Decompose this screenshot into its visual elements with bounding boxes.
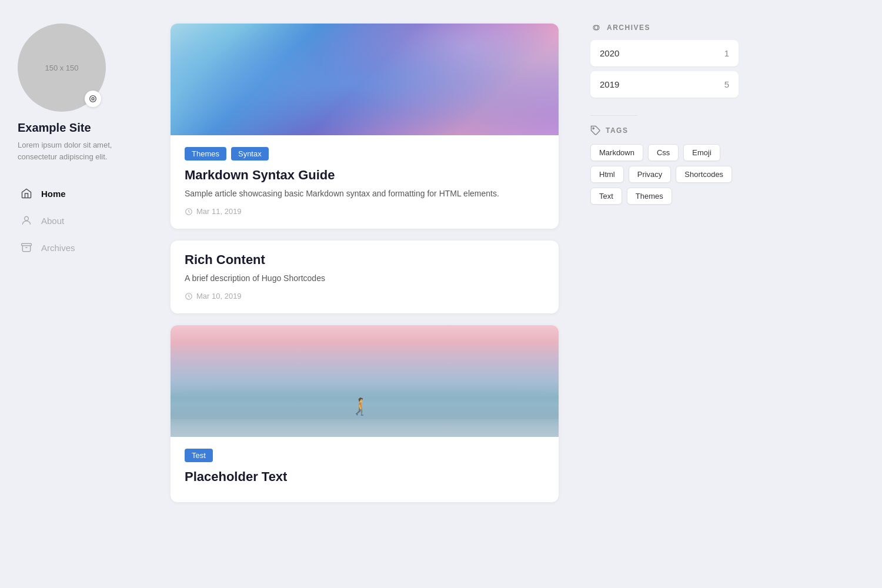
archives-widget: ARCHIVES 2020 1 2019 5 (590, 24, 739, 98)
tag-chip-emoji[interactable]: Emoji (683, 144, 720, 161)
archive-count-2020: 1 (724, 48, 729, 58)
tag-icon (590, 125, 601, 136)
post-card-1: Themes Syntax Markdown Syntax Guide Samp… (171, 24, 559, 229)
post-title-1[interactable]: Markdown Syntax Guide (185, 168, 544, 183)
avatar-wrapper: 150 x 150 (18, 24, 106, 112)
sidebar-item-about-label: About (41, 216, 64, 226)
archive-icon (20, 241, 33, 254)
tag-chip-privacy[interactable]: Privacy (629, 166, 671, 183)
tags-title: TAGS (606, 126, 628, 135)
post-body-2: Rich Content A brief description of Hugo… (171, 240, 559, 313)
user-icon (20, 214, 33, 227)
post-title-2[interactable]: Rich Content (185, 252, 544, 268)
tag-chip-markdown[interactable]: Markdown (590, 144, 643, 161)
right-sidebar: ARCHIVES 2020 1 2019 5 TAGS (576, 0, 753, 588)
svg-point-6 (593, 128, 594, 129)
site-title: Example Site (18, 121, 91, 135)
sidebar-item-archives[interactable]: Archives (18, 235, 135, 260)
sidebar-item-home-label: Home (41, 189, 66, 199)
post-card-3: 🚶 Test Placeholder Text (171, 325, 559, 502)
tag-syntax[interactable]: Syntax (231, 147, 269, 161)
post-tags-1: Themes Syntax (185, 147, 544, 161)
tags-widget: TAGS Markdown Css Emoji Html Privacy Sho… (590, 125, 739, 205)
person-figure: 🚶 (349, 397, 370, 416)
tags-header: TAGS (590, 125, 739, 136)
post-tags-3: Test (185, 449, 544, 462)
mountain-silhouette (171, 405, 559, 437)
archives-title: ARCHIVES (607, 24, 650, 32)
main-content: Themes Syntax Markdown Syntax Guide Samp… (153, 0, 576, 588)
tag-chip-text[interactable]: Text (590, 188, 622, 205)
archives-header: ARCHIVES (590, 24, 739, 32)
post-date-1: Mar 11, 2019 (196, 207, 242, 216)
avatar-label: 150 x 150 (45, 64, 78, 72)
widget-divider (590, 115, 637, 116)
tag-chip-css[interactable]: Css (648, 144, 679, 161)
tag-test[interactable]: Test (185, 449, 213, 462)
archive-2020[interactable]: 2020 1 (590, 40, 739, 66)
archive-2019[interactable]: 2019 5 (590, 71, 739, 98)
svg-point-2 (25, 216, 29, 220)
clock-icon-1 (185, 208, 193, 216)
post-image-1 (171, 24, 559, 135)
tag-themes[interactable]: Themes (185, 147, 226, 161)
avatar-badge (85, 91, 101, 107)
home-icon (20, 187, 33, 200)
post-desc-2: A brief description of Hugo Shortcodes (185, 272, 544, 285)
tags-list: Markdown Css Emoji Html Privacy Shortcod… (590, 144, 739, 205)
post-body-1: Themes Syntax Markdown Syntax Guide Samp… (171, 135, 559, 229)
tag-chip-html[interactable]: Html (590, 166, 624, 183)
main-nav: Home About (18, 181, 135, 262)
post-body-3: Test Placeholder Text (171, 437, 559, 502)
sidebar-item-about[interactable]: About (18, 208, 135, 233)
post-meta-2: Mar 10, 2019 (185, 292, 544, 300)
post-meta-1: Mar 11, 2019 (185, 207, 544, 216)
record-icon (88, 94, 98, 103)
tag-chip-shortcodes[interactable]: Shortcodes (676, 166, 732, 183)
post-title-3[interactable]: Placeholder Text (185, 469, 544, 485)
post-card-2: Rich Content A brief description of Hugo… (171, 240, 559, 313)
svg-point-1 (92, 98, 94, 100)
post-desc-1: Sample article showcasing basic Markdown… (185, 188, 544, 200)
svg-rect-3 (22, 243, 32, 245)
svg-point-0 (90, 96, 96, 102)
infinity-icon (590, 24, 602, 32)
archive-year-2019: 2019 (600, 79, 619, 89)
archive-year-2020: 2020 (600, 48, 619, 58)
tag-chip-themes[interactable]: Themes (627, 188, 672, 205)
post-image-3: 🚶 (171, 325, 559, 437)
clock-icon-2 (185, 292, 193, 300)
left-sidebar: 150 x 150 Example Site Lorem ipsum dolor… (0, 0, 153, 588)
post-date-2: Mar 10, 2019 (196, 292, 242, 300)
archive-count-2019: 5 (724, 79, 729, 89)
site-description: Lorem ipsum dolor sit amet, consectetur … (18, 139, 135, 162)
sidebar-item-home[interactable]: Home (18, 181, 135, 206)
sidebar-item-archives-label: Archives (41, 243, 75, 253)
